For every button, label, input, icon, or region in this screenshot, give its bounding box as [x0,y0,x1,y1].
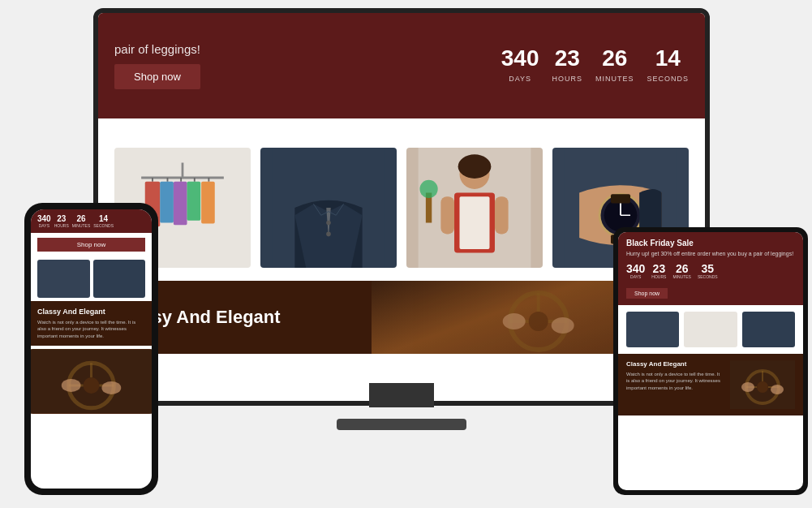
svg-point-39 [502,313,525,329]
svg-point-51 [757,381,768,393]
countdown-minutes: 26 MINUTES [595,47,634,84]
svg-point-55 [741,382,754,392]
svg-rect-6 [160,182,174,223]
white-separator [98,118,705,135]
tablet-gallery-rack [684,312,737,347]
tablet-gallery-suit [742,312,795,347]
svg-rect-22 [460,196,490,249]
phone-shop-button[interactable]: Shop now [37,238,145,252]
svg-point-48 [101,381,121,394]
tablet-hero-title: Black Friday Sale [626,239,795,248]
tablet-gallery [618,305,803,354]
phone-section-description: Watch is not only a device to tell the t… [37,319,145,339]
tablet-screen: Black Friday Sale Hurry up! get 30% off … [618,232,803,490]
phone-section-title: Classy And Elegant [37,308,145,316]
phone-gallery [31,256,152,301]
svg-rect-10 [187,182,201,221]
svg-rect-12 [201,182,215,224]
svg-point-17 [326,232,331,237]
svg-point-47 [62,379,81,392]
tablet-hero: Black Friday Sale Hurry up! get 30% off … [618,232,803,305]
tablet-shop-button[interactable]: Shop now [626,288,668,299]
phone-countdown: 340 DAYS 23 HOURS 26 MINUTES 14 SECONDS [37,214,114,228]
hero-left: pair of leggings! Shop now [114,42,200,89]
countdown-seconds: 14 SECONDS [647,47,689,84]
gallery-image-suit [260,148,397,268]
desktop-hero: pair of leggings! Shop now 340 DAYS 23 H… [98,13,705,118]
tablet-section-description: Watch is not only a device to tell the t… [626,371,724,391]
gallery-image-woman [406,148,543,268]
svg-rect-32 [611,194,630,203]
countdown-days: 340 DAYS [501,47,539,84]
tablet-count-days: 340 DAYS [626,263,645,279]
phone-car-image [31,349,152,414]
svg-rect-24 [495,196,509,234]
tablet-frame: Black Friday Sale Hurry up! get 30% off … [613,227,808,495]
phone-dark-section: Classy And Elegant Watch is not only a d… [31,301,152,346]
tablet-car-image [730,360,795,409]
svg-rect-8 [174,182,187,226]
countdown-hours: 23 HOURS [552,47,582,84]
svg-point-43 [84,377,100,394]
svg-point-26 [419,180,437,198]
tablet-section-title: Classy And Elegant [626,360,724,368]
svg-rect-23 [440,196,454,234]
hero-description: pair of leggings! [114,42,200,56]
svg-point-16 [326,221,331,226]
phone-gallery-suit [93,260,146,298]
phone-screen: 340 DAYS 23 HOURS 26 MINUTES 14 SECONDS [31,209,152,489]
mobile-phone: 340 DAYS 23 HOURS 26 MINUTES 14 SECONDS [24,203,158,495]
tablet-count-minutes: 26 MINUTES [672,263,691,279]
svg-point-35 [528,312,548,331]
svg-point-40 [551,317,574,334]
desktop-countdown: 340 DAYS 23 HOURS 26 MINUTES 14 SECONDS [501,47,689,84]
tablet-device: Black Friday Sale Hurry up! get 30% off … [613,227,808,495]
phone-count-hours: 23 HOURS [54,214,69,228]
svg-point-56 [771,385,784,394]
tablet-count-hours: 23 HOURS [651,263,666,279]
svg-point-20 [458,154,492,179]
phone-hero: 340 DAYS 23 HOURS 26 MINUTES 14 SECONDS [31,209,152,233]
tablet-dark-section: Classy And Elegant Watch is not only a d… [618,354,803,415]
phone-count-minutes: 26 MINUTES [72,214,91,228]
tablet-count-seconds: 35 SECONDS [698,263,718,279]
tablet-gallery-watch [626,312,679,347]
phone-count-days: 340 DAYS [37,214,51,228]
shop-now-button[interactable]: Shop now [114,64,200,89]
tablet-hero-description: Hurry up! get 30% off entire order when … [626,250,795,258]
phone-count-seconds: 14 SECONDS [93,214,114,228]
phone-frame: 340 DAYS 23 HOURS 26 MINUTES 14 SECONDS [24,203,158,495]
phone-gallery-watch [37,260,90,298]
tablet-countdown: 340 DAYS 23 HOURS 26 MINUTES 35 SECONDS [626,263,795,279]
tablet-dark-text: Classy And Elegant Watch is not only a d… [626,360,724,391]
